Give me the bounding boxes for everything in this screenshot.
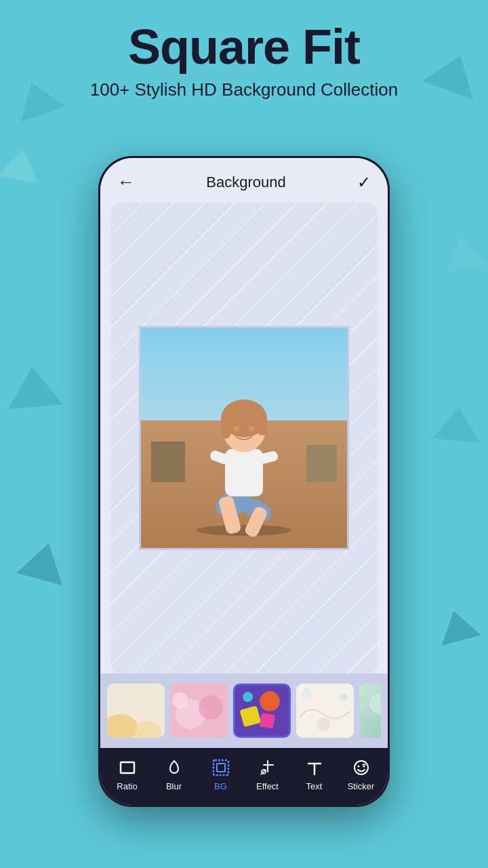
svg-rect-25: [260, 713, 276, 729]
photo-content: [141, 328, 347, 548]
svg-point-43: [354, 761, 368, 774]
svg-point-20: [199, 695, 223, 719]
bg-label: BG: [214, 781, 227, 791]
bg-icon: [211, 758, 230, 777]
photo-girl-svg: [176, 354, 312, 537]
svg-rect-35: [214, 760, 228, 775]
gallery-thumb-2[interactable]: [170, 684, 228, 738]
svg-point-13: [234, 426, 239, 431]
effect-icon: [258, 758, 277, 777]
svg-point-44: [357, 766, 359, 768]
svg-rect-11: [221, 418, 230, 439]
app-subtitle: 100+ Stylish HD Background Collection: [0, 79, 488, 100]
bg-triangle-3: [5, 364, 63, 410]
svg-point-14: [249, 426, 254, 431]
blur-label: Blur: [166, 781, 182, 791]
phone-screen: ← Background ✓: [100, 158, 388, 805]
svg-point-30: [317, 717, 330, 731]
phone-mockup: ← Background ✓: [98, 156, 390, 807]
gallery-thumb-4[interactable]: [296, 684, 354, 738]
tool-bg[interactable]: BG: [201, 758, 241, 791]
tool-sticker[interactable]: Sticker: [341, 758, 382, 791]
tool-ratio[interactable]: Ratio: [107, 758, 148, 791]
svg-point-21: [172, 692, 188, 709]
phone-header: ← Background ✓: [100, 158, 388, 203]
effect-label: Effect: [256, 781, 279, 791]
tool-blur[interactable]: Blur: [154, 758, 195, 791]
gallery-area: [100, 673, 388, 748]
text-icon: [305, 758, 324, 777]
svg-rect-5: [225, 449, 263, 496]
canvas-area: [110, 203, 378, 673]
svg-point-26: [243, 692, 253, 702]
svg-rect-36: [217, 764, 225, 772]
tool-text[interactable]: Text: [294, 758, 335, 791]
app-title: Square Fit: [0, 20, 488, 74]
sticker-icon: [352, 758, 371, 777]
svg-rect-12: [258, 418, 267, 435]
bg-triangle-7: [432, 405, 483, 443]
ratio-icon: [118, 758, 137, 777]
tool-effect[interactable]: Effect: [247, 758, 288, 791]
bg-triangle-2: [0, 146, 43, 183]
gallery-thumb-1[interactable]: [107, 684, 165, 738]
photo-frame[interactable]: [139, 326, 349, 550]
svg-point-0: [197, 525, 291, 536]
confirm-button[interactable]: ✓: [357, 173, 371, 192]
gallery-thumb-5[interactable]: [359, 684, 381, 738]
svg-rect-34: [121, 762, 134, 773]
svg-point-28: [301, 688, 312, 699]
svg-point-29: [340, 693, 348, 701]
screen-title: Background: [206, 174, 285, 191]
blur-icon: [165, 758, 184, 777]
bg-triangle-4: [16, 537, 72, 585]
svg-point-45: [363, 766, 365, 768]
back-button[interactable]: ←: [117, 172, 135, 193]
sticker-label: Sticker: [348, 781, 375, 791]
toolbar: Ratio Blur BG: [100, 748, 388, 805]
bg-triangle-6: [442, 234, 487, 271]
gallery-scroll[interactable]: [107, 684, 381, 738]
text-label: Text: [306, 781, 323, 791]
header: Square Fit 100+ Stylish HD Background Co…: [0, 20, 488, 100]
svg-point-23: [260, 691, 280, 711]
ratio-label: Ratio: [117, 781, 137, 791]
bg-triangle-8: [434, 606, 481, 646]
gallery-thumb-3[interactable]: [233, 684, 291, 738]
